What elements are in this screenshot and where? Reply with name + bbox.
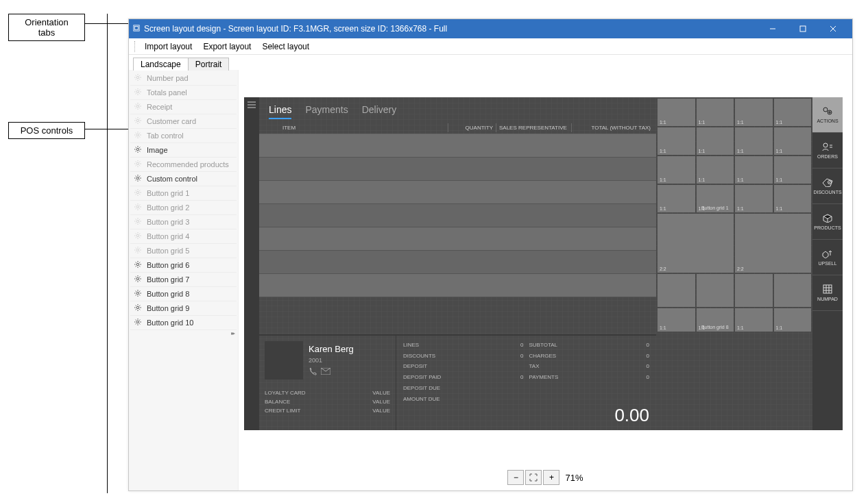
pos-control-label: Button grid 3 xyxy=(147,218,189,226)
col-rep: SALES REPRESENTATIVE xyxy=(496,123,571,132)
svg-point-13 xyxy=(136,177,138,179)
svg-point-28 xyxy=(823,108,828,112)
lines-rows[interactable] xyxy=(259,134,656,334)
grid-tile[interactable]: 1:1 xyxy=(658,308,695,332)
totals-row: DEPOSIT xyxy=(403,361,524,372)
discounts-icon xyxy=(822,177,833,188)
grid-tile[interactable]: 2:2 xyxy=(658,214,734,273)
canvas-tab-payments[interactable]: Payments xyxy=(305,104,348,119)
pos-control-item[interactable]: Button grid 8 xyxy=(130,287,237,301)
select-layout-button[interactable]: Select layout xyxy=(256,40,315,53)
callout-divider xyxy=(107,14,108,493)
layout-canvas[interactable]: Lines Payments Delivery ITEM QUANTITY SA… xyxy=(244,97,843,430)
canvas-tabs: Lines Payments Delivery xyxy=(259,97,656,123)
action-upsell[interactable]: UPSELL xyxy=(812,240,843,275)
designer-window: Screen layout design - Screen layout ID:… xyxy=(128,18,853,491)
action-label: DISCOUNTS xyxy=(813,190,841,195)
grid-tile[interactable]: 1:1 xyxy=(735,127,773,155)
upsell-icon xyxy=(822,249,833,259)
zoom-in-button[interactable]: + xyxy=(543,470,559,485)
gear-icon xyxy=(134,146,141,154)
totals-panel: LINES0SUBTOTAL0DISCOUNTS0CHARGES0DEPOSIT… xyxy=(396,336,656,430)
tab-portrait[interactable]: Portrait xyxy=(188,58,230,71)
pos-control-item: Recommended products xyxy=(130,158,237,172)
action-orders[interactable]: ORDERS xyxy=(812,133,843,169)
pos-control-item[interactable]: Button grid 6 xyxy=(130,258,237,273)
svg-point-14 xyxy=(136,191,138,193)
hamburger-icon[interactable] xyxy=(244,97,259,430)
gear-icon xyxy=(134,189,141,197)
grid-tile[interactable]: 1:1 xyxy=(735,308,773,332)
pos-control-item[interactable]: Custom control xyxy=(130,172,237,186)
zoom-out-button[interactable]: − xyxy=(507,470,524,485)
action-discounts[interactable]: DISCOUNTS xyxy=(812,169,843,204)
pos-control-item[interactable]: Button grid 9 xyxy=(130,301,237,316)
grid-tile[interactable]: 1:1 xyxy=(658,127,695,155)
grid-tile[interactable]: 1:1Button grid 8 xyxy=(697,308,734,332)
pos-control-item: Customer card xyxy=(130,114,237,129)
grid-tile[interactable]: 1:1 xyxy=(658,156,695,184)
designer-surface: Lines Payments Delivery ITEM QUANTITY SA… xyxy=(239,70,852,490)
grid-tile[interactable]: 1:1 xyxy=(774,185,812,212)
action-label: ACTIONS xyxy=(817,119,838,123)
svg-point-20 xyxy=(136,277,138,279)
grid-tile[interactable]: 1:1 xyxy=(697,99,734,126)
svg-rect-0 xyxy=(134,25,139,31)
grid-tile[interactable]: 1:1 xyxy=(774,156,812,184)
pos-control-item[interactable]: Button grid 10 xyxy=(130,316,237,330)
grid-tile[interactable]: 1:1 xyxy=(735,99,773,126)
grid-tile[interactable]: 1:1Button grid 1 xyxy=(697,185,734,212)
titlebar[interactable]: Screen layout design - Screen layout ID:… xyxy=(129,19,852,38)
action-actions[interactable]: ACTIONS xyxy=(812,97,843,133)
pos-control-item: Button grid 4 xyxy=(130,229,237,244)
grid-tile[interactable] xyxy=(697,274,734,307)
totals-row: CHARGES0 xyxy=(529,351,650,362)
grid-tile[interactable]: 1:1 xyxy=(774,127,812,155)
pos-control-label: Button grid 1 xyxy=(147,189,189,197)
pos-control-item: Number pad xyxy=(130,71,237,86)
svg-point-18 xyxy=(136,249,138,251)
grid-tile[interactable] xyxy=(774,274,812,307)
svg-point-8 xyxy=(136,105,138,107)
phone-icon[interactable] xyxy=(309,368,317,377)
pos-control-label: Recommended products xyxy=(147,160,229,169)
svg-rect-3 xyxy=(800,26,806,32)
canvas-tab-delivery[interactable]: Delivery xyxy=(362,104,397,119)
grid-tile[interactable]: 1:1 xyxy=(697,156,734,184)
grid-tile[interactable]: 1:1 xyxy=(735,185,773,212)
tab-landscape[interactable]: Landscape xyxy=(133,58,189,71)
gear-icon xyxy=(134,261,141,269)
grid-tile[interactable] xyxy=(735,274,773,307)
export-layout-button[interactable]: Export layout xyxy=(197,40,256,53)
pos-control-label: Button grid 7 xyxy=(147,275,189,284)
pos-control-item[interactable]: Image xyxy=(130,143,237,158)
gear-icon xyxy=(134,319,141,327)
products-icon xyxy=(822,213,833,223)
grid-tile[interactable]: 1:1 xyxy=(774,308,812,332)
import-layout-button[interactable]: Import layout xyxy=(139,40,197,53)
grid-tile[interactable]: 2:2 xyxy=(735,214,811,273)
grid-tile[interactable]: 1:1 xyxy=(658,185,695,212)
expand-handle[interactable]: ▸▸ xyxy=(130,330,237,337)
mail-icon[interactable] xyxy=(321,368,330,377)
canvas-tab-lines[interactable]: Lines xyxy=(269,104,291,119)
close-button[interactable] xyxy=(818,19,848,38)
action-products[interactable]: PRODUCTS xyxy=(812,204,843,240)
maximize-button[interactable] xyxy=(788,19,818,38)
avatar xyxy=(265,341,303,379)
pos-control-item: Button grid 1 xyxy=(130,186,237,201)
zoom-fit-button[interactable] xyxy=(525,470,542,485)
pos-control-item[interactable]: Button grid 7 xyxy=(130,273,237,287)
customer-card[interactable]: Karen Berg 2001 LOYALTY CARDValue BALANC… xyxy=(259,336,396,430)
pos-control-label: Button grid 6 xyxy=(147,261,189,269)
grid-tile[interactable]: 1:1 xyxy=(735,156,773,184)
pos-control-label: Button grid 2 xyxy=(147,203,189,212)
action-numpad[interactable]: NUMPAD xyxy=(812,275,843,311)
grid-tile[interactable]: 1:1 xyxy=(697,127,734,155)
grid-tile[interactable]: 1:1 xyxy=(658,99,695,126)
grid-tile[interactable] xyxy=(658,274,695,307)
pos-control-label: Totals panel xyxy=(147,88,187,97)
minimize-button[interactable] xyxy=(758,19,788,38)
grid-tile[interactable]: 1:1 xyxy=(774,99,812,126)
callout-orientation: Orientation tabs xyxy=(8,14,85,41)
